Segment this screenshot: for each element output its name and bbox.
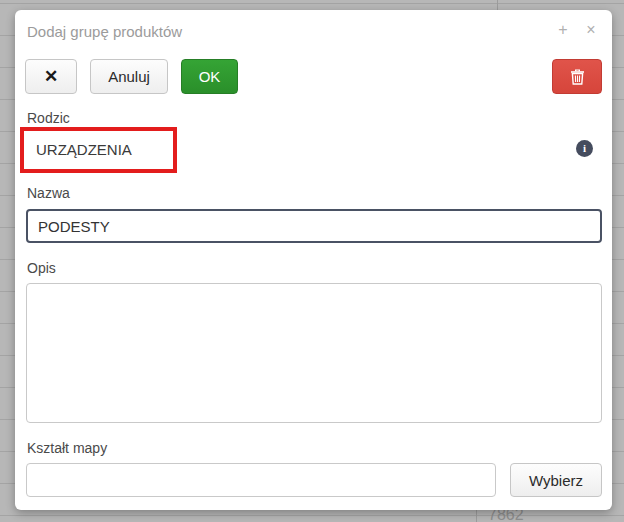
info-icon[interactable]: i [576, 140, 593, 157]
close-icon[interactable]: × [583, 21, 599, 39]
maximize-icon[interactable]: + [555, 21, 571, 39]
parent-field-value[interactable]: URZĄDZENIA [36, 141, 132, 158]
dialog-title: Dodaj grupę produktów [27, 23, 182, 40]
close-button[interactable]: ✕ [25, 59, 77, 94]
choose-button[interactable]: Wybierz [510, 463, 602, 497]
dialog-toolbar: ✕ Anuluj OK [25, 59, 602, 94]
description-textarea[interactable] [26, 283, 602, 423]
cancel-button[interactable]: Anuluj [90, 59, 168, 94]
trash-icon [570, 68, 585, 85]
window-controls: + × [555, 21, 599, 39]
parent-field-label: Rodzic [27, 110, 70, 126]
ok-button[interactable]: OK [181, 59, 238, 94]
add-product-group-dialog: Dodaj grupę produktów + × ✕ Anuluj OK Ro… [15, 10, 612, 510]
dialog-header: Dodaj grupę produktów + × [26, 10, 601, 50]
name-input[interactable] [26, 209, 602, 243]
name-field-label: Nazwa [27, 185, 70, 201]
map-shape-input[interactable] [26, 463, 496, 497]
map-shape-field-label: Kształt mapy [27, 440, 107, 456]
delete-button[interactable] [552, 59, 602, 94]
description-field-label: Opis [27, 260, 56, 276]
background-table-line [497, 0, 498, 10]
